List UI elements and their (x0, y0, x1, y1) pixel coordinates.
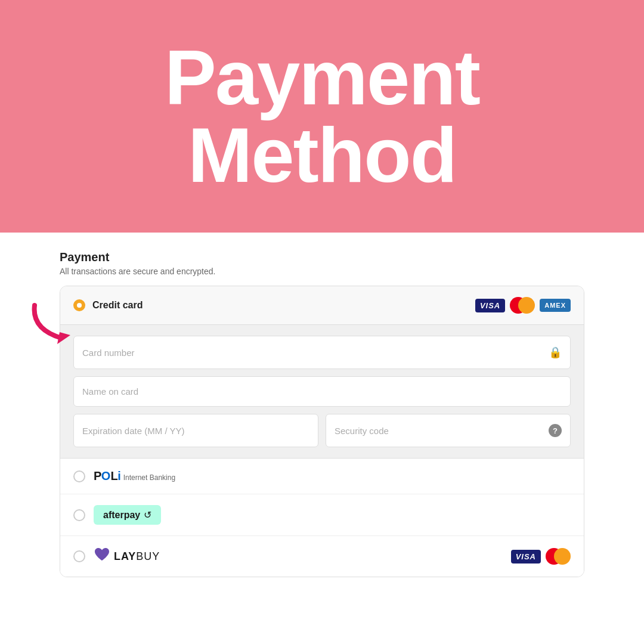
credit-card-form: Card number 🔒 Name on card Expiration da… (60, 325, 584, 459)
poli-radio[interactable] (73, 470, 85, 482)
amex-logo: AMEX (540, 299, 571, 312)
laybuy-heart-icon (94, 547, 110, 566)
mc-orange-circle (518, 297, 535, 314)
expiry-date-field[interactable]: Expiration date (MM / YY) (73, 414, 318, 447)
poli-text-po: P (94, 469, 101, 483)
laybuy-buy-text: BUY (136, 550, 160, 562)
hero-title: Payment Method (165, 39, 479, 194)
credit-card-label: Credit card (92, 300, 143, 311)
payment-section-title: Payment (60, 250, 584, 264)
laybuy-mc-orange (554, 548, 571, 565)
card-number-placeholder: Card number (82, 348, 135, 358)
security-placeholder: Security code (335, 426, 389, 436)
arrow-annotation (29, 299, 76, 349)
poli-option[interactable]: P O L i Internet Banking (60, 459, 584, 494)
afterpay-left: afterpay ↺ (73, 505, 161, 525)
visa-logo: VISA (475, 299, 505, 312)
laybuy-logo: LAYBUY (94, 547, 160, 566)
poli-text-l: L (110, 469, 117, 483)
credit-card-left: Credit card (73, 299, 143, 311)
lock-icon: 🔒 (549, 346, 562, 359)
poli-logo: P O L i Internet Banking (94, 469, 175, 483)
card-logos: VISA AMEX (475, 297, 571, 314)
laybuy-radio[interactable] (73, 550, 85, 562)
afterpay-option[interactable]: afterpay ↺ (60, 494, 584, 536)
afterpay-text: afterpay (103, 510, 140, 521)
poli-text-o: O (101, 469, 111, 483)
afterpay-radio[interactable] (73, 509, 85, 521)
card-number-field[interactable]: Card number 🔒 (73, 336, 571, 369)
laybuy-left: LAYBUY (73, 547, 160, 566)
poli-sublabel: Internet Banking (123, 473, 175, 482)
laybuy-text: LAYBUY (114, 550, 160, 563)
expiry-security-row: Expiration date (MM / YY) Security code … (73, 414, 571, 447)
name-on-card-field[interactable]: Name on card (73, 376, 571, 407)
hero-banner: Payment Method (0, 0, 644, 233)
laybuy-option[interactable]: LAYBUY VISA (60, 536, 584, 577)
credit-card-option[interactable]: Credit card VISA AMEX (60, 286, 584, 325)
payment-options-card: Credit card VISA AMEX Card number 🔒 Name… (60, 286, 584, 577)
main-content: Payment All transactions are secure and … (0, 233, 644, 595)
laybuy-card-logos: VISA (511, 548, 571, 565)
security-help-icon[interactable]: ? (549, 424, 562, 437)
poli-text-i: i (117, 469, 121, 483)
security-code-field[interactable]: Security code ? (326, 414, 571, 447)
laybuy-visa-logo: VISA (511, 550, 541, 564)
laybuy-mastercard-logo (546, 548, 571, 565)
afterpay-logo: afterpay ↺ (94, 505, 161, 525)
payment-subtitle: All transactions are secure and encrypte… (60, 267, 584, 276)
name-on-card-placeholder: Name on card (82, 386, 138, 397)
poli-left: P O L i Internet Banking (73, 469, 175, 483)
expiry-placeholder: Expiration date (MM / YY) (82, 426, 184, 436)
afterpay-arrow-icon: ↺ (144, 509, 151, 521)
mastercard-logo (510, 297, 535, 314)
svg-marker-0 (57, 332, 70, 344)
payment-header: Payment All transactions are secure and … (60, 250, 584, 276)
